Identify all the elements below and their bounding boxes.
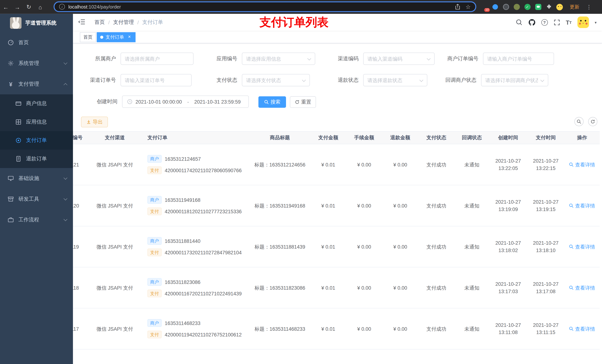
avatar-dropdown-icon[interactable]: ▾ [595, 20, 597, 24]
update-button[interactable]: 更新 [567, 2, 582, 11]
search-button[interactable]: 搜索 [258, 96, 286, 108]
sidebar-item-workflow[interactable]: 工作流程 [0, 209, 73, 230]
cell-id: 120 [73, 185, 90, 226]
channel-order-no-input[interactable] [121, 74, 191, 86]
forward-icon[interactable]: → [11, 4, 23, 10]
sidebar-item-label: 研发工具 [19, 196, 39, 203]
merchant-tag: 商户 [147, 196, 161, 204]
pay-order-no: 4200001167202110271022491439 [165, 290, 242, 297]
profile-avatar-icon[interactable] [556, 4, 563, 10]
cell-refund: ¥ 0.00 [382, 226, 418, 267]
font-size-icon[interactable]: TT [566, 19, 572, 26]
sidebar-collapse-icon[interactable] [78, 19, 85, 25]
share-icon[interactable] [455, 4, 460, 10]
tab-home[interactable]: 首页 [80, 32, 96, 42]
pay-order-no: 4200001181202110277723215336 [165, 208, 242, 215]
extension-icon-drop[interactable] [492, 4, 498, 10]
extension-icon-green-chat[interactable] [535, 4, 541, 10]
user-avatar[interactable] [577, 16, 589, 28]
sidebar-item-app-info[interactable]: 应用信息 [0, 113, 73, 131]
breadcrumb-payment[interactable]: 支付管理 [113, 19, 134, 26]
filter-label: 渠道订单号 [79, 77, 120, 83]
fullscreen-icon[interactable] [553, 19, 560, 26]
pay-order-no: 4200001173202110272847982104 [165, 249, 242, 256]
sidebar-item-payment[interactable]: ¥ 支付管理 [0, 74, 73, 94]
table-row: 117 微信 JSAPI 支付 商户1635311468233 支付420000… [73, 308, 600, 349]
filter-label: 退款状态 [322, 77, 363, 83]
cell-fee: ¥ 0.00 [346, 185, 382, 226]
active-dot-icon [100, 36, 103, 39]
table-header-row: 编号 支付渠道 支付订单 商品标题 支付金额 手续金额 退款金额 支付状态 回调… [73, 131, 600, 144]
grid-icon [15, 119, 22, 125]
bookmark-star-icon[interactable]: ☆ [466, 3, 471, 10]
cell-notify-status: 未通知 [455, 268, 489, 308]
extension-icon-green-check[interactable]: ✓ [524, 4, 531, 10]
sidebar-item-label: 支付管理 [19, 81, 39, 87]
cell-channel: 微信 JSAPI 支付 [90, 185, 140, 226]
search-icon [569, 203, 574, 208]
browser-menu-icon[interactable]: ⋮ [586, 4, 592, 10]
refund-status-select[interactable] [364, 74, 427, 86]
search-icon[interactable] [516, 19, 522, 26]
view-detail-link[interactable]: 查看详情 [564, 226, 600, 267]
app-id-select[interactable] [242, 53, 315, 64]
cell-id: 119 [73, 226, 90, 267]
col-header-fee: 手续金额 [346, 134, 382, 141]
view-detail-link[interactable]: 查看详情 [564, 308, 600, 349]
merchant-select[interactable] [121, 53, 193, 64]
close-icon[interactable]: × [127, 35, 132, 40]
browser-toolbar: ← → ↻ ⌂ i localhost :1024/pay/order ☆ 10… [0, 0, 602, 14]
sidebar-item-refund-order[interactable]: 退款订单 [0, 150, 73, 168]
chevron-down-icon [64, 61, 67, 65]
col-header-channel: 支付渠道 [90, 134, 140, 141]
sidebar-item-infrastructure[interactable]: 基础设施 [0, 168, 73, 189]
view-detail-link[interactable]: 查看详情 [564, 185, 600, 226]
breadcrumb-home[interactable]: 首页 [94, 19, 105, 26]
info-icon[interactable]: i [59, 4, 65, 10]
channel-code-select[interactable] [364, 53, 434, 64]
merchant-order-no: 1635311823086 [165, 278, 201, 286]
document-icon [15, 156, 22, 162]
sidebar-item-home[interactable]: 首页 [0, 32, 73, 53]
extension-icon-colorful[interactable]: 10 [481, 4, 488, 10]
create-time-range[interactable]: 2021-10-01 00:00:00 - 2021-10-31 23:59:5… [122, 95, 249, 108]
help-icon[interactable]: ? [541, 19, 548, 26]
view-detail-link[interactable]: 查看详情 [564, 144, 600, 185]
back-icon[interactable]: ← [0, 4, 11, 10]
reload-icon[interactable]: ↻ [23, 3, 34, 10]
extension-icon-olive-circle[interactable] [513, 4, 520, 10]
cell-refund: ¥ 0.00 [382, 185, 418, 226]
refresh-table-button[interactable] [588, 117, 597, 126]
pay-tag: 支付 [147, 290, 161, 297]
cell-title: 标题：1635312124656 [249, 144, 311, 185]
cell-create-time: 2021-10-2713:17:03 [489, 268, 527, 308]
url-bar[interactable]: i localhost :1024/pay/order ☆ [54, 1, 476, 12]
extension-icon-dark-circle[interactable] [503, 4, 509, 10]
tab-pay-order[interactable]: 支付订单 × [97, 32, 136, 42]
pay-status-select[interactable] [242, 74, 310, 86]
cell-amount: ¥ 0.01 [311, 268, 346, 308]
sidebar-logo[interactable]: 芋道管理系统 [0, 14, 73, 32]
sidebar-item-system[interactable]: 系统管理 [0, 53, 73, 74]
table-row: 121 微信 JSAPI 支付 商户1635312124657 支付420000… [73, 144, 600, 185]
extensions-puzzle-icon[interactable] [546, 4, 552, 10]
col-header-pay-time: 支付时间 [527, 134, 564, 141]
github-icon[interactable] [528, 19, 535, 26]
cell-fee: ¥ 0.00 [346, 268, 382, 308]
filter-label: 所属商户 [79, 55, 120, 62]
sidebar-item-pay-order[interactable]: 支付订单 [0, 131, 73, 150]
screen: ← → ↻ ⌂ i localhost :1024/pay/order ☆ 10… [0, 0, 602, 364]
reset-button[interactable]: 重置 [290, 96, 316, 108]
sidebar-item-dev-tools[interactable]: 研发工具 [0, 189, 73, 209]
home-icon[interactable]: ⌂ [35, 4, 46, 10]
view-detail-link[interactable]: 查看详情 [564, 268, 600, 308]
search-icon [569, 162, 574, 167]
notify-status-select[interactable] [482, 74, 548, 86]
export-button[interactable]: 导出 [81, 116, 108, 127]
merchant-order-no-input[interactable] [483, 53, 554, 64]
sidebar-item-merchant-info[interactable]: 商户信息 [0, 94, 73, 113]
breadcrumb-separator: / [137, 20, 139, 25]
page-title: 支付订单列表 [259, 15, 329, 30]
toggle-search-button[interactable] [574, 117, 584, 126]
col-header-amount: 支付金额 [311, 134, 346, 141]
